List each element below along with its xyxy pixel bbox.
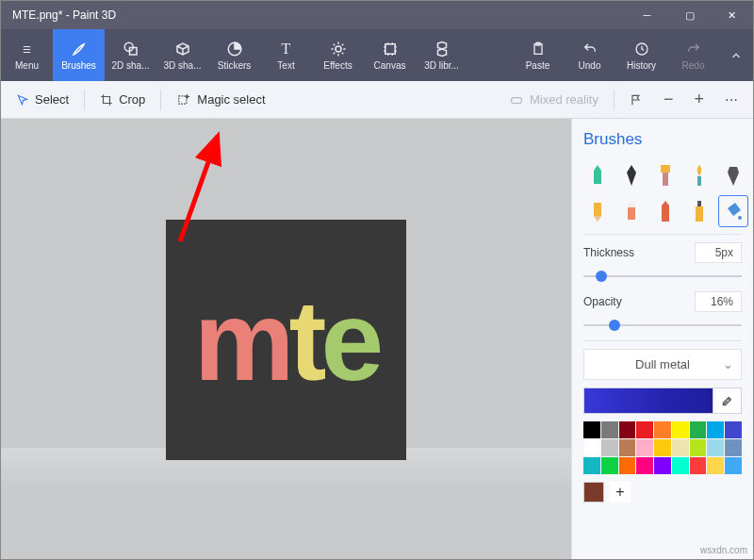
paste-icon [529,40,548,58]
hamburger-icon: ☰ [18,40,37,58]
ribbon-menu[interactable]: ☰Menu [1,29,53,81]
flag-tool[interactable] [622,90,650,110]
thickness-slider[interactable] [583,269,742,284]
canvas-content: mte [194,284,378,397]
color-swatch[interactable] [707,439,724,456]
brush-grid [583,160,742,226]
effects-icon [329,40,348,58]
brush-watercolor[interactable] [685,160,713,190]
color-swatch[interactable] [690,421,707,438]
brush-pixel[interactable] [719,160,747,190]
color-swatch[interactable] [654,421,671,438]
svg-rect-11 [661,165,670,173]
svg-rect-9 [512,97,522,103]
ribbon-2d-shapes[interactable]: 2D sha... [105,29,156,81]
ribbon-3d-shapes[interactable]: 3D sha... [156,29,208,81]
text-icon: T [277,40,296,58]
color-swatch[interactable] [619,457,636,474]
color-swatch[interactable] [672,457,689,474]
ribbon-effects[interactable]: Effects [312,29,364,81]
color-swatch[interactable] [601,421,618,438]
brush-pencil[interactable] [583,196,612,226]
maximize-button[interactable]: ▢ [668,1,711,29]
brush-spray[interactable] [685,196,713,226]
zoom-in[interactable]: + [686,86,712,113]
eyedropper-button[interactable] [713,388,741,413]
color-gradient[interactable] [583,387,742,414]
ribbon-stickers[interactable]: Stickers [208,29,260,81]
color-swatch[interactable] [672,421,689,438]
opacity-value[interactable]: 16% [695,291,742,312]
brush-eraser[interactable] [617,196,646,226]
opacity-slider[interactable] [583,318,742,333]
svg-rect-13 [697,176,701,186]
more-menu[interactable]: ⋯ [717,89,746,111]
thickness-value[interactable]: 5px [695,242,742,263]
thickness-row: Thickness 5px [583,242,742,263]
svg-point-18 [738,216,742,220]
color-swatch[interactable] [707,457,724,474]
svg-rect-12 [663,173,668,186]
thickness-label: Thickness [583,246,634,259]
ribbon-canvas[interactable]: Canvas [364,29,416,81]
watermark: wsxdn.com [700,545,747,555]
color-palette [583,421,742,474]
ribbon-brushes[interactable]: Brushes [53,29,105,81]
brush-oil[interactable] [651,160,680,190]
magic-select-tool[interactable]: Magic select [169,89,272,110]
ribbon-undo[interactable]: Undo [564,29,615,81]
color-swatch[interactable] [601,457,618,474]
color-swatch[interactable] [636,421,653,438]
color-swatch[interactable] [725,457,742,474]
canvas-viewport[interactable]: mte [1,119,571,560]
close-button[interactable]: ✕ [711,1,753,29]
brush-icon [70,40,89,58]
color-swatch[interactable] [654,439,671,456]
brush-fill[interactable] [719,196,747,226]
opacity-label: Opacity [583,295,622,308]
svg-rect-17 [697,201,701,206]
add-color-button[interactable]: + [610,482,631,502]
svg-point-3 [336,46,341,52]
material-dropdown[interactable]: Dull metal⌄ [583,349,742,380]
svg-rect-4 [385,44,395,55]
color-swatch[interactable] [636,439,653,456]
minimize-button[interactable]: ─ [626,1,668,29]
color-swatch[interactable] [707,421,724,438]
title-bar: MTE.png* - Paint 3D ─ ▢ ✕ [1,1,753,29]
zoom-out[interactable]: − [656,86,681,113]
artboard[interactable]: mte [166,220,406,460]
color-swatch[interactable] [690,439,707,456]
color-swatch[interactable] [583,457,600,474]
shapes-3d-icon [173,40,192,58]
window-title: MTE.png* - Paint 3D [12,8,626,22]
ribbon-text[interactable]: TText [260,29,312,81]
brush-marker[interactable] [583,160,612,190]
custom-color-swatch[interactable] [583,482,604,502]
mixed-reality-tool: Mixed reality [501,89,606,110]
ribbon-paste[interactable]: Paste [512,29,564,81]
crop-tool[interactable]: Crop [92,89,153,110]
ribbon-collapse[interactable] [719,29,753,81]
color-swatch[interactable] [690,457,707,474]
color-swatch[interactable] [672,439,689,456]
redo-icon [684,40,703,58]
color-swatch[interactable] [583,421,600,438]
brush-crayon[interactable] [651,196,680,226]
canvas-floor [1,448,571,560]
color-swatch[interactable] [619,439,636,456]
select-tool[interactable]: Select [8,89,76,110]
ribbon-history[interactable]: History [615,29,667,81]
opacity-row: Opacity 16% [583,291,742,312]
color-swatch[interactable] [583,439,600,456]
color-swatch[interactable] [619,421,636,438]
color-swatch[interactable] [725,421,742,438]
brush-calligraphy[interactable] [617,160,646,190]
svg-rect-16 [696,206,703,222]
toolbar: Select Crop Magic select Mixed reality −… [1,81,753,119]
ribbon-3d-library[interactable]: 3D libr... [416,29,467,81]
color-swatch[interactable] [636,457,653,474]
color-swatch[interactable] [654,457,671,474]
color-swatch[interactable] [725,439,742,456]
color-swatch[interactable] [601,439,618,456]
